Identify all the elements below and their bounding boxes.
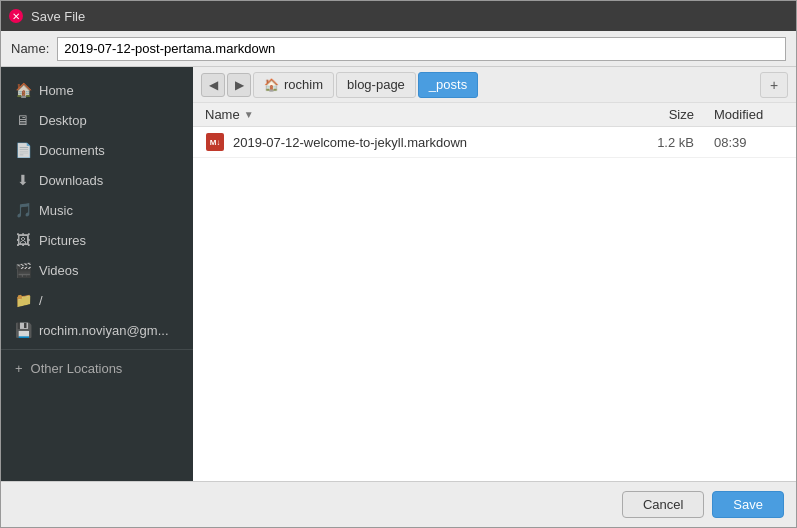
breadcrumb-forward-button[interactable]: ▶ <box>227 73 251 97</box>
desktop-icon: 🖥 <box>15 112 31 128</box>
sidebar-label-downloads: Downloads <box>39 173 103 188</box>
sidebar-item-videos[interactable]: 🎬 Videos <box>1 255 193 285</box>
account-icon: 💾 <box>15 322 31 338</box>
close-icon: ✕ <box>12 11 20 22</box>
sidebar-item-desktop[interactable]: 🖥 Desktop <box>1 105 193 135</box>
sidebar-label-documents: Documents <box>39 143 105 158</box>
filename-row: Name: <box>1 31 796 67</box>
bc-label-_posts: _posts <box>429 77 467 92</box>
file-modified: 08:39 <box>714 135 784 150</box>
other-locations-icon: + <box>15 361 23 376</box>
cancel-button[interactable]: Cancel <box>622 491 704 518</box>
close-button[interactable]: ✕ <box>9 9 23 23</box>
documents-icon: 📄 <box>15 142 31 158</box>
bc-label-blog-page: blog-page <box>347 77 405 92</box>
name-column-header[interactable]: Name ▼ <box>205 107 644 122</box>
pictures-icon: 🖼 <box>15 232 31 248</box>
dialog-title: Save File <box>31 9 85 24</box>
breadcrumb-item-rochim[interactable]: 🏠rochim <box>253 72 334 98</box>
file-list-header: Name ▼ Size Modified <box>193 103 796 127</box>
save-button[interactable]: Save <box>712 491 784 518</box>
new-folder-icon: + <box>770 77 778 93</box>
sidebar-separator <box>1 349 193 350</box>
music-icon: 🎵 <box>15 202 31 218</box>
filename-input[interactable] <box>57 37 786 61</box>
new-folder-button[interactable]: + <box>760 72 788 98</box>
file-pane: ◀ ▶🏠rochimblog-page_posts + Name ▼ Size … <box>193 67 796 481</box>
sidebar-item-pictures[interactable]: 🖼 Pictures <box>1 225 193 255</box>
sidebar-label-videos: Videos <box>39 263 79 278</box>
sidebar-item-downloads[interactable]: ⬇ Downloads <box>1 165 193 195</box>
sidebar-label-root: / <box>39 293 43 308</box>
sort-arrow-icon: ▼ <box>244 109 254 120</box>
sidebar-item-root[interactable]: 📁 / <box>1 285 193 315</box>
main-content: 🏠 Home 🖥 Desktop 📄 Documents ⬇ Downloads… <box>1 67 796 481</box>
name-header-label: Name <box>205 107 240 122</box>
sidebar-label-pictures: Pictures <box>39 233 86 248</box>
home-icon: 🏠 <box>15 82 31 98</box>
bottom-bar: Cancel Save <box>1 481 796 527</box>
size-column-header: Size <box>644 107 714 122</box>
breadcrumb-bar: ◀ ▶🏠rochimblog-page_posts + <box>193 67 796 103</box>
breadcrumb-item-_posts[interactable]: _posts <box>418 72 478 98</box>
sidebar-label-account: rochim.noviyan@gm... <box>39 323 169 338</box>
bc-icon-rochim: 🏠 <box>264 78 279 92</box>
file-type-icon: M↓ <box>205 132 225 152</box>
file-list: M↓ 2019-07-12-welcome-to-jekyll.markdown… <box>193 127 796 481</box>
forward-arrow-icon: ▶ <box>235 78 244 92</box>
sidebar-item-home[interactable]: 🏠 Home <box>1 75 193 105</box>
sidebar-label-desktop: Desktop <box>39 113 87 128</box>
downloads-icon: ⬇ <box>15 172 31 188</box>
sidebar-item-documents[interactable]: 📄 Documents <box>1 135 193 165</box>
filename-label: Name: <box>11 41 49 56</box>
breadcrumb-item-blog-page[interactable]: blog-page <box>336 72 416 98</box>
sidebar-label-home: Home <box>39 83 74 98</box>
other-locations-label: Other Locations <box>31 361 123 376</box>
save-file-dialog: ✕ Save File Name: 🏠 Home 🖥 Desktop 📄 Doc… <box>0 0 797 528</box>
sidebar-item-other-locations[interactable]: + Other Locations <box>1 354 193 383</box>
back-arrow-icon: ◀ <box>209 78 218 92</box>
breadcrumb-back-button[interactable]: ◀ <box>201 73 225 97</box>
videos-icon: 🎬 <box>15 262 31 278</box>
titlebar: ✕ Save File <box>1 1 796 31</box>
sidebar-item-music[interactable]: 🎵 Music <box>1 195 193 225</box>
file-size: 1.2 kB <box>644 135 714 150</box>
sidebar-item-account[interactable]: 💾 rochim.noviyan@gm... <box>1 315 193 345</box>
root-icon: 📁 <box>15 292 31 308</box>
table-row[interactable]: M↓ 2019-07-12-welcome-to-jekyll.markdown… <box>193 127 796 158</box>
sidebar-label-music: Music <box>39 203 73 218</box>
sidebar: 🏠 Home 🖥 Desktop 📄 Documents ⬇ Downloads… <box>1 67 193 481</box>
bc-label-rochim: rochim <box>284 77 323 92</box>
modified-column-header: Modified <box>714 107 784 122</box>
file-name: 2019-07-12-welcome-to-jekyll.markdown <box>233 135 644 150</box>
